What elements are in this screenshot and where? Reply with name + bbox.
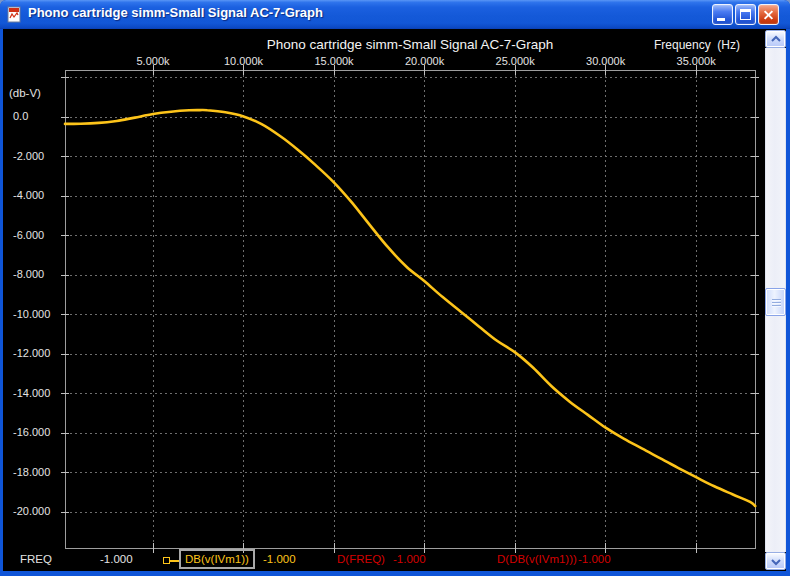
minimize-icon	[717, 18, 725, 21]
derivative-curve-value: -1.000	[578, 553, 611, 565]
curve-cursor-value: -1.000	[263, 553, 296, 565]
chevron-down-icon	[769, 557, 783, 566]
vertical-scrollbar[interactable]	[765, 30, 786, 570]
derivative-x-value: -1.000	[393, 553, 426, 565]
x-cursor-value: -1.000	[100, 553, 133, 565]
x-expression: FREQ	[20, 553, 52, 565]
app-icon[interactable]	[6, 6, 23, 23]
maximize-icon	[740, 9, 751, 20]
app-window: Phono cartridge simm-Small Signal AC-7-G…	[0, 0, 790, 576]
thumb-grip-icon	[772, 299, 781, 307]
scroll-up-button[interactable]	[765, 30, 786, 48]
chevron-up-icon	[769, 35, 783, 44]
derivative-x-expression: D(FREQ)	[337, 553, 385, 565]
derivative-curve-expression: D(DB(v(IVm1)))	[497, 553, 577, 565]
minimize-button[interactable]	[712, 4, 733, 25]
maximize-button[interactable]	[735, 4, 756, 25]
scrollbar-thumb[interactable]	[765, 288, 786, 316]
title-bar[interactable]: Phono cartridge simm-Small Signal AC-7-G…	[0, 0, 790, 29]
client-area	[3, 29, 786, 571]
window-title: Phono cartridge simm-Small Signal AC-7-G…	[28, 5, 323, 20]
legend-box-curve-expression[interactable]: DB(v(IVm1))	[179, 549, 255, 569]
scroll-down-button[interactable]	[765, 552, 786, 570]
curve-expression: DB(v(IVm1))	[185, 553, 249, 565]
window-controls	[710, 4, 779, 25]
status-bar: FREQ-1.000DB(v(IVm1))-1.000D(FREQ)-1.000…	[3, 549, 762, 571]
close-button[interactable]	[758, 4, 779, 25]
